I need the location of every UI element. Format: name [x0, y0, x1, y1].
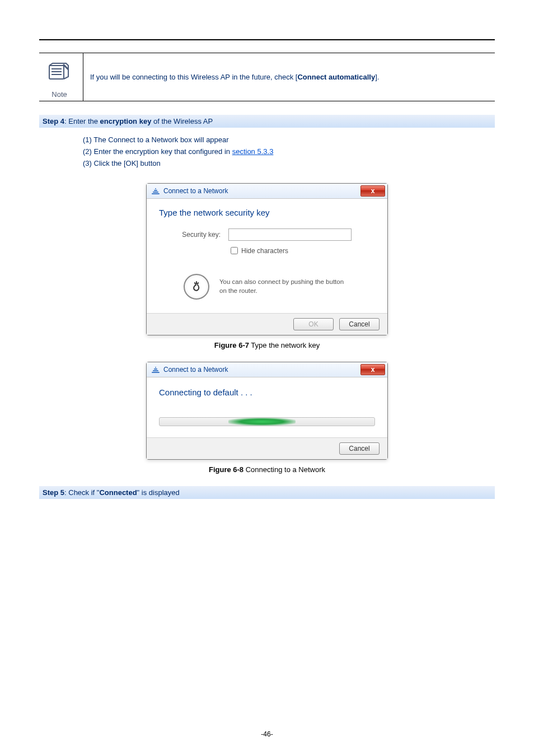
note-icon-cell: Note	[39, 53, 83, 101]
close-icon: x	[371, 188, 375, 194]
close-button[interactable]: x	[360, 364, 385, 375]
link-section-5-3-3[interactable]: section 5.3.3	[232, 147, 274, 156]
dialog-security-key: Connect to a Network x Type the network …	[146, 183, 388, 335]
dialog1-heading: Type the network security key	[159, 208, 375, 217]
dialog1-titlebar: Connect to a Network x	[147, 184, 387, 199]
step4-item-3: (3) Click the [OK] button	[83, 159, 495, 167]
dialog-connecting: Connect to a Network x Connecting to def…	[146, 362, 388, 460]
close-icon: x	[371, 366, 375, 373]
cancel-button[interactable]: Cancel	[339, 318, 380, 330]
step4-item-1: (1) The Connect to a Network box will ap…	[83, 136, 495, 144]
step5-banner: Step 5: Check if "Connected" is displaye…	[39, 486, 495, 499]
wps-text: You can also connect by pushing the butt…	[219, 278, 348, 295]
wps-row: You can also connect by pushing the butt…	[159, 274, 375, 300]
note-text: If you will be connecting to this Wirele…	[83, 53, 495, 101]
hide-characters-checkbox[interactable]	[231, 247, 238, 254]
dialog2-titlebar: Connect to a Network x	[147, 362, 387, 377]
cancel-button[interactable]: Cancel	[339, 442, 380, 455]
step4-banner: Step 4: Enter the encryption key of the …	[39, 115, 495, 128]
note-icon	[43, 55, 76, 89]
dialog1-title: Connect to a Network	[163, 187, 360, 195]
figure-6-7-caption: Figure 6-7 Type the network key	[39, 341, 495, 349]
note-label: Note	[51, 90, 67, 99]
step4-item-2: (2) Enter the encryption key that config…	[83, 147, 495, 156]
security-key-input[interactable]	[228, 228, 352, 241]
note-block: Note If you will be connecting to this W…	[39, 53, 495, 101]
network-icon	[151, 365, 160, 374]
network-icon	[151, 186, 160, 195]
page-number: -46-	[0, 730, 534, 738]
close-button[interactable]: x	[360, 185, 385, 197]
hide-characters-label: Hide characters	[241, 247, 288, 255]
ok-button[interactable]: OK	[293, 318, 334, 330]
progress-bar	[159, 417, 375, 426]
figure-6-8-caption: Figure 6-8 Connecting to a Network	[39, 465, 495, 474]
wps-icon	[184, 274, 209, 300]
dialog2-title: Connect to a Network	[163, 366, 360, 374]
step4-list: (1) The Connect to a Network box will ap…	[39, 128, 495, 180]
connecting-text: Connecting to default . . .	[159, 388, 375, 397]
top-rule	[39, 39, 495, 40]
security-key-label: Security key:	[159, 231, 228, 239]
